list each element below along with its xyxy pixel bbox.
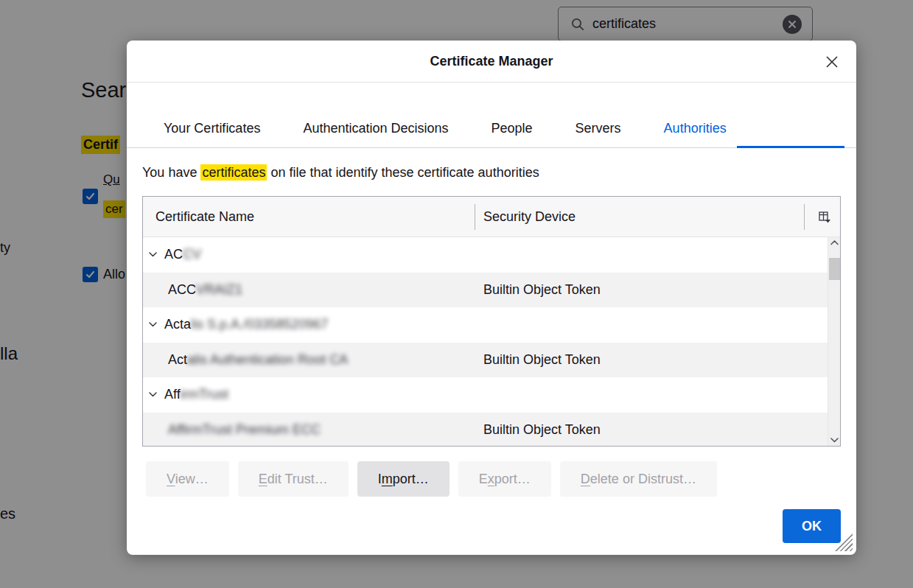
vertical-scrollbar[interactable]	[828, 237, 840, 446]
certificate-manager-dialog: Certificate Manager Your Certificates Au…	[127, 41, 856, 555]
delete-or-distrust-button[interactable]: Delete or Distrust…	[560, 461, 717, 497]
tab-authentication-decisions[interactable]: Authentication Decisions	[303, 121, 448, 136]
export-button[interactable]: Export…	[458, 461, 551, 497]
column-header-security-device[interactable]: Security Device	[483, 209, 576, 225]
cert-name: ACCVRAIZ1	[143, 282, 242, 298]
cert-name: AffirmTrust Premium ECC	[143, 422, 321, 438]
table-header: Certificate Name Security Device	[143, 197, 840, 237]
cert-name: Actalis Authentication Root CA	[143, 352, 348, 368]
chevron-down-icon[interactable]	[149, 252, 157, 257]
tab-servers[interactable]: Servers	[576, 121, 621, 136]
tab-people[interactable]: People	[492, 121, 533, 136]
table-row[interactable]: AffirmTrust	[143, 377, 828, 413]
active-tab-underline	[737, 146, 844, 148]
dialog-header: Certificate Manager	[127, 41, 856, 83]
action-button-row: View… Edit Trust… Import… Export… Delete…	[146, 461, 717, 497]
security-device-cell: Builtin Object Token	[483, 422, 601, 438]
chevron-down-icon[interactable]	[149, 392, 157, 397]
certificates-table: Certificate Name Security Device ACCV AC…	[142, 196, 841, 447]
view-button[interactable]: View…	[146, 461, 229, 497]
scroll-down-icon[interactable]	[828, 438, 840, 443]
intro-highlight: certificates	[200, 164, 267, 181]
ok-button[interactable]: OK	[783, 509, 841, 543]
cert-group-name: AffirmTrust	[164, 387, 228, 402]
security-device-cell: Builtin Object Token	[483, 352, 601, 368]
edit-trust-button[interactable]: Edit Trust…	[238, 461, 349, 497]
cert-group-name: ACCV	[164, 247, 201, 262]
column-divider[interactable]	[475, 204, 475, 230]
tab-strip: Your Certificates Authentication Decisio…	[127, 83, 856, 148]
table-row[interactable]: Actalis Authentication Root CA Builtin O…	[143, 343, 828, 378]
table-body: ACCV ACCVRAIZ1 Builtin Object Token Acta…	[143, 237, 828, 446]
import-button[interactable]: Import…	[357, 461, 449, 497]
table-row[interactable]: ACCVRAIZ1 Builtin Object Token	[143, 273, 828, 308]
column-header-certificate-name[interactable]: Certificate Name	[155, 209, 254, 225]
table-row[interactable]: AffirmTrust Premium ECC Builtin Object T…	[143, 413, 828, 447]
security-device-cell: Builtin Object Token	[483, 282, 601, 298]
table-row[interactable]: ACCV	[143, 237, 828, 273]
column-divider[interactable]	[804, 204, 805, 230]
column-picker-icon[interactable]	[814, 207, 835, 228]
close-icon[interactable]	[821, 51, 843, 73]
intro-text: You have certificates on file that ident…	[142, 165, 539, 181]
cert-group-name: Actalis S.p.A./03358520967	[164, 317, 328, 332]
intro-after: on file that identify these certificate …	[267, 165, 539, 180]
chevron-down-icon[interactable]	[149, 322, 157, 327]
table-row[interactable]: Actalis S.p.A./03358520967	[143, 307, 828, 343]
intro-before: You have	[142, 165, 200, 180]
scroll-up-icon[interactable]	[828, 240, 840, 245]
screen: Searc Certif Qu cer Allo ty lla es Certi…	[0, 0, 913, 588]
dialog-title: Certificate Manager	[127, 41, 856, 83]
tab-authorities[interactable]: Authorities	[664, 121, 727, 136]
scrollbar-thumb[interactable]	[829, 258, 840, 280]
tab-your-certificates[interactable]: Your Certificates	[164, 121, 260, 136]
